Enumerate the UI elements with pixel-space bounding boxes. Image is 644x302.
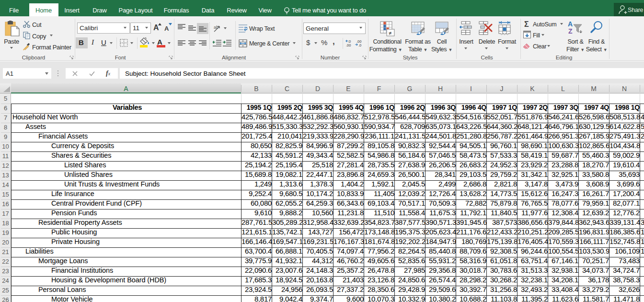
svg-text:.00: .00	[346, 43, 351, 47]
svg-text:≠: ≠	[389, 30, 391, 36]
svg-text:ab: ab	[214, 25, 218, 30]
